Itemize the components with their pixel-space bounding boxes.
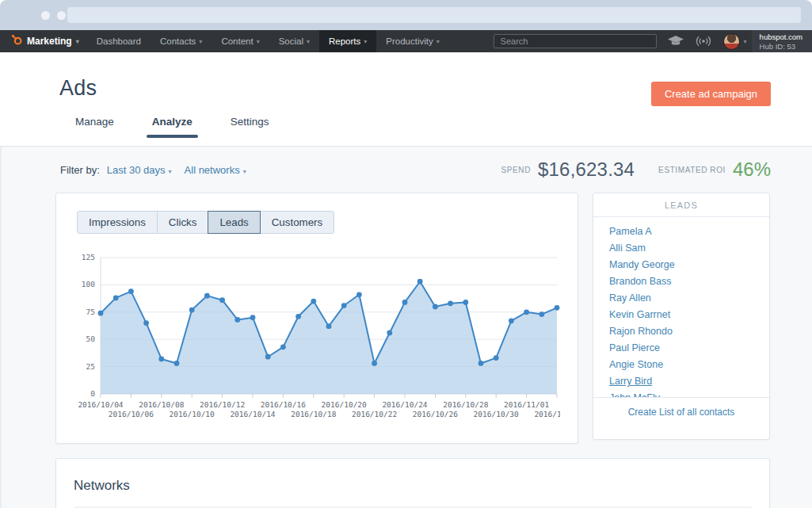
user-avatar[interactable] bbox=[723, 33, 740, 50]
create-list-link[interactable]: Create List of all contacts bbox=[628, 407, 735, 418]
leads-panel-title: LEADS bbox=[593, 193, 769, 217]
nav-brand[interactable]: Marketing ▾ bbox=[0, 30, 87, 52]
leads-panel: LEADS Pamela AAlli SamMandy GeorgeBrando… bbox=[593, 193, 770, 440]
nav-item-contacts[interactable]: Contacts▾ bbox=[151, 30, 212, 52]
svg-text:2016/10/14: 2016/10/14 bbox=[230, 410, 275, 418]
lead-contact-link[interactable]: Larry Bird bbox=[609, 372, 769, 389]
lead-contact-link[interactable]: Rajon Rhondo bbox=[609, 323, 769, 339]
svg-text:2016/11/03: 2016/11/03 bbox=[534, 410, 560, 418]
svg-text:25: 25 bbox=[86, 362, 95, 371]
svg-text:2016/10/30: 2016/10/30 bbox=[474, 410, 519, 418]
lead-contact-link[interactable]: Alli Sam bbox=[609, 239, 769, 256]
svg-text:2016/10/16: 2016/10/16 bbox=[261, 400, 306, 409]
nav-item-label: Productivity bbox=[386, 36, 433, 46]
svg-text:125: 125 bbox=[82, 253, 95, 262]
nav-item-label: Contacts bbox=[160, 36, 196, 46]
networks-title: Networks bbox=[74, 478, 752, 494]
lead-contact-link[interactable]: Paul Pierce bbox=[609, 339, 769, 356]
chart-svg: 02550751001252016/10/042016/10/062016/10… bbox=[77, 251, 560, 420]
academy-graduation-cap-icon[interactable] bbox=[668, 36, 684, 47]
svg-text:75: 75 bbox=[86, 307, 95, 316]
toggle-impressions[interactable]: Impressions bbox=[77, 211, 158, 234]
nav-brand-label: Marketing bbox=[27, 36, 72, 47]
leads-panel-footer: Create List of all contacts bbox=[593, 397, 769, 439]
tab-analyze[interactable]: Analyze bbox=[152, 116, 193, 138]
lead-contact-link[interactable]: John McFly bbox=[609, 389, 769, 397]
browser-address-bar[interactable] bbox=[67, 7, 801, 23]
svg-text:2016/11/01: 2016/11/01 bbox=[504, 400, 549, 409]
date-range-dropdown[interactable]: Last 30 days▾ bbox=[107, 164, 172, 176]
lead-contact-link[interactable]: Ray Allen bbox=[609, 289, 769, 306]
nav-item-productivity[interactable]: Productivity▾ bbox=[376, 30, 448, 52]
leads-list: Pamela AAlli SamMandy GeorgeBrandon Bass… bbox=[593, 217, 769, 397]
lead-contact-link[interactable]: Kevin Garrnet bbox=[609, 306, 769, 323]
svg-text:2016/10/22: 2016/10/22 bbox=[352, 410, 397, 418]
search-input[interactable] bbox=[494, 34, 657, 48]
svg-text:2016/10/10: 2016/10/10 bbox=[170, 410, 215, 418]
chevron-down-icon: ▾ bbox=[243, 168, 246, 175]
chevron-down-icon[interactable]: ▾ bbox=[744, 38, 747, 45]
window-minimize-button[interactable] bbox=[57, 11, 66, 20]
nav-item-content[interactable]: Content▾ bbox=[212, 30, 269, 52]
svg-text:2016/10/28: 2016/10/28 bbox=[443, 400, 488, 409]
lead-contact-link[interactable]: Angie Stone bbox=[609, 356, 769, 372]
app-window: Marketing ▾ DashboardContacts▾Content▾So… bbox=[0, 0, 812, 508]
leads-area-chart: 02550751001252016/10/042016/10/062016/10… bbox=[77, 251, 558, 423]
tab-manage[interactable]: Manage bbox=[75, 116, 114, 138]
nav-item-social[interactable]: Social▾ bbox=[269, 30, 319, 52]
nav-item-dashboard[interactable]: Dashboard bbox=[87, 30, 151, 52]
metric-toggle-group: ImpressionsClicksLeadsCustomers bbox=[77, 211, 334, 234]
toggle-customers[interactable]: Customers bbox=[260, 211, 334, 234]
svg-text:2016/10/04: 2016/10/04 bbox=[78, 400, 123, 409]
tab-settings[interactable]: Settings bbox=[231, 116, 269, 138]
svg-text:50: 50 bbox=[86, 334, 96, 343]
spend-value: $16,623.34 bbox=[538, 159, 635, 181]
page-content: Filter by: Last 30 days▾ All networks▾ S… bbox=[0, 147, 812, 508]
nav-item-label: Reports bbox=[329, 36, 360, 46]
svg-text:2016/10/24: 2016/10/24 bbox=[382, 400, 427, 409]
spend-label: SPEND bbox=[501, 166, 531, 174]
summary-stats: SPEND $16,623.34 ESTIMATED ROI 46% bbox=[501, 159, 771, 181]
chevron-down-icon: ▾ bbox=[364, 38, 367, 45]
broadcast-signal-icon[interactable] bbox=[695, 36, 712, 47]
svg-text:2016/10/26: 2016/10/26 bbox=[413, 410, 458, 418]
nav-item-reports[interactable]: Reports▾ bbox=[319, 30, 376, 52]
roi-label: ESTIMATED ROI bbox=[658, 166, 726, 174]
network-dropdown[interactable]: All networks▾ bbox=[185, 164, 246, 176]
toggle-clicks[interactable]: Clicks bbox=[157, 211, 209, 234]
chevron-down-icon: ▾ bbox=[307, 38, 310, 45]
nav-item-label: Social bbox=[279, 36, 303, 46]
svg-text:2016/10/18: 2016/10/18 bbox=[291, 410, 336, 418]
svg-text:2016/10/06: 2016/10/06 bbox=[109, 410, 154, 418]
roi-value: 46% bbox=[733, 159, 771, 181]
filter-row: Filter by: Last 30 days▾ All networks▾ S… bbox=[55, 147, 771, 193]
chevron-down-icon: ▾ bbox=[199, 38, 202, 45]
account-info[interactable]: hubspot.com Hub ID: 53 bbox=[752, 30, 812, 52]
nav-right: ▾ hubspot.com Hub ID: 53 bbox=[494, 30, 812, 52]
networks-card: Networks bbox=[55, 458, 770, 508]
chevron-down-icon: ▾ bbox=[436, 38, 440, 45]
performance-chart-card: ImpressionsClicksLeadsCustomers 02550751… bbox=[55, 193, 578, 444]
hubspot-sprocket-icon bbox=[11, 34, 23, 48]
chevron-down-icon: ▾ bbox=[169, 168, 172, 175]
tab-bar: ManageAnalyzeSettings bbox=[59, 116, 812, 138]
page-header: Ads Create ad campaign ManageAnalyzeSett… bbox=[0, 52, 812, 147]
svg-text:2016/10/08: 2016/10/08 bbox=[139, 400, 184, 409]
nav-item-label: Dashboard bbox=[97, 36, 141, 46]
chevron-down-icon: ▾ bbox=[76, 38, 79, 45]
create-ad-campaign-button[interactable]: Create ad campaign bbox=[651, 82, 771, 106]
window-close-button[interactable] bbox=[41, 11, 50, 20]
lead-contact-link[interactable]: Brandon Bass bbox=[609, 273, 769, 289]
lead-contact-link[interactable]: Mandy George bbox=[609, 256, 769, 273]
svg-text:2016/10/20: 2016/10/20 bbox=[322, 400, 367, 409]
toggle-leads[interactable]: Leads bbox=[208, 211, 260, 234]
chevron-down-icon: ▾ bbox=[257, 38, 260, 45]
lead-contact-link[interactable]: Pamela A bbox=[609, 223, 769, 239]
nav-menu: DashboardContacts▾Content▾Social▾Reports… bbox=[87, 30, 449, 52]
top-nav: Marketing ▾ DashboardContacts▾Content▾So… bbox=[0, 30, 812, 52]
svg-text:100: 100 bbox=[82, 280, 95, 288]
filter-by-label: Filter by: bbox=[60, 164, 100, 176]
main-columns: ImpressionsClicksLeadsCustomers 02550751… bbox=[55, 193, 771, 444]
nav-item-label: Content bbox=[221, 36, 253, 46]
svg-text:2016/10/12: 2016/10/12 bbox=[200, 400, 245, 409]
